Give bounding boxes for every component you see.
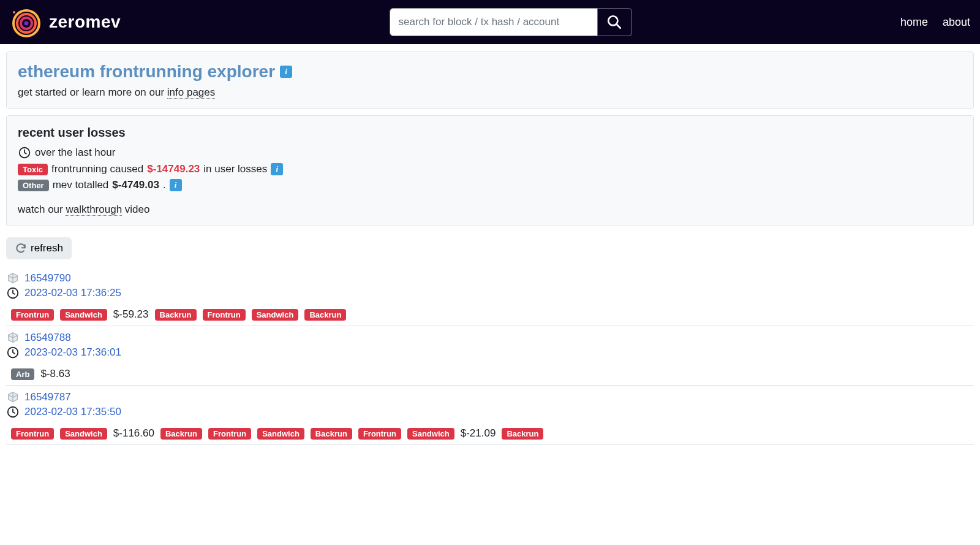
nav-link-home[interactable]: home [900, 16, 928, 29]
tag-arb[interactable]: Arb [11, 368, 34, 380]
svg-point-4 [13, 11, 15, 13]
cube-icon [6, 331, 20, 345]
summary-last-hour: over the last hour [18, 146, 962, 159]
tag-sandwich[interactable]: Sandwich [252, 309, 299, 321]
block-number-link[interactable]: 16549787 [24, 391, 71, 403]
block-time-link[interactable]: 2023-02-03 17:36:01 [24, 346, 121, 359]
page-title: ethereum frontrunning explorer i [18, 62, 292, 82]
search-form [390, 8, 632, 36]
other-text-pre: mev totalled [53, 179, 109, 191]
loss-amount: $-59.23 [113, 308, 149, 321]
navbar: zeromev home about [0, 0, 980, 44]
walkthrough-link[interactable]: walkthrough [66, 204, 122, 216]
tag-frontrun[interactable]: Frontrun [203, 309, 246, 321]
summary-toxic-line: Toxic frontrunning caused $-14749.23 in … [18, 163, 962, 175]
page-title-text: ethereum frontrunning explorer [18, 62, 275, 82]
info-icon[interactable]: i [280, 66, 292, 78]
info-icon[interactable]: i [170, 179, 182, 191]
nav-link-about[interactable]: about [943, 16, 970, 29]
tag-frontrun[interactable]: Frontrun [208, 428, 251, 440]
loss-amount: $-21.09 [461, 427, 496, 440]
search-input[interactable] [390, 8, 598, 36]
toxic-badge: Toxic [18, 164, 48, 175]
tag-frontrun[interactable]: Frontrun [11, 428, 54, 440]
info-icon[interactable]: i [271, 163, 283, 175]
block-number-link[interactable]: 16549790 [24, 272, 71, 284]
block-time-row: 2023-02-03 17:36:25 [6, 286, 974, 300]
tag-backrun[interactable]: Backrun [311, 428, 352, 440]
svg-line-6 [616, 24, 620, 28]
tag-backrun[interactable]: Backrun [160, 428, 202, 440]
search-icon [606, 14, 622, 30]
block-time-link[interactable]: 2023-02-03 17:35:50 [24, 406, 121, 418]
block-entry: 165497872023-02-03 17:35:50FrontrunSandw… [6, 386, 974, 445]
block-time-row: 2023-02-03 17:36:01 [6, 346, 974, 359]
other-amount: $-4749.03 [112, 179, 159, 191]
cube-icon [6, 391, 20, 404]
block-number-row: 16549790 [6, 272, 974, 285]
clock-icon [6, 405, 20, 419]
summary-other-line: Other mev totalled $-4749.03. i [18, 179, 962, 191]
tag-sandwich[interactable]: Sandwich [60, 428, 107, 440]
block-time-row: 2023-02-03 17:35:50 [6, 405, 974, 419]
tags-row: FrontrunSandwich$-59.23BackrunFrontrunSa… [11, 308, 974, 321]
block-entry: 165497882023-02-03 17:36:01Arb$-8.63 [6, 326, 974, 386]
block-number-link[interactable]: 16549788 [24, 332, 71, 344]
walkthrough-post: video [122, 204, 149, 215]
svg-point-3 [24, 21, 29, 26]
tag-backrun[interactable]: Backrun [155, 309, 197, 321]
tag-frontrun[interactable]: Frontrun [11, 309, 54, 321]
last-hour-text: over the last hour [35, 147, 115, 159]
toxic-amount: $-14749.23 [147, 163, 200, 175]
refresh-button[interactable]: refresh [6, 237, 72, 259]
refresh-icon [15, 242, 27, 254]
tags-row: FrontrunSandwich$-116.60BackrunFrontrunS… [11, 427, 974, 440]
nav-links: home about [900, 16, 970, 29]
tag-sandwich[interactable]: Sandwich [257, 428, 304, 440]
tag-frontrun[interactable]: Frontrun [358, 428, 401, 440]
intro-subtext: get started or learn more on our info pa… [18, 86, 962, 99]
logo-icon [10, 7, 40, 37]
intro-card: ethereum frontrunning explorer i get sta… [6, 51, 974, 109]
blocks-list: 165497902023-02-03 17:36:25FrontrunSandw… [6, 267, 974, 445]
clock-icon [18, 146, 31, 159]
toxic-text-post: in user losses [203, 163, 267, 175]
toxic-text-pre: frontrunning caused [51, 163, 143, 175]
loss-amount: $-116.60 [113, 427, 154, 440]
tags-row: Arb$-8.63 [11, 368, 974, 380]
loss-amount: $-8.63 [40, 368, 70, 380]
block-number-row: 16549787 [6, 391, 974, 404]
intro-subtext-prefix: get started or learn more on our [18, 86, 167, 98]
walkthrough-pre: watch our [18, 204, 66, 215]
clock-icon [6, 286, 20, 300]
tag-backrun[interactable]: Backrun [502, 428, 543, 440]
info-pages-link[interactable]: info pages [167, 86, 215, 99]
cube-icon [6, 272, 20, 285]
summary-card: recent user losses over the last hour To… [6, 115, 974, 226]
summary-title: recent user losses [18, 126, 962, 140]
brand-text: zeromev [49, 12, 121, 32]
main-container: ethereum frontrunning explorer i get sta… [0, 44, 980, 452]
search-button[interactable] [598, 8, 632, 36]
tag-sandwich[interactable]: Sandwich [60, 309, 107, 321]
logo-group[interactable]: zeromev [10, 7, 121, 37]
block-number-row: 16549788 [6, 331, 974, 345]
tag-backrun[interactable]: Backrun [304, 309, 346, 321]
clock-icon [6, 346, 20, 359]
other-badge: Other [18, 180, 49, 191]
other-text-post: . [163, 179, 166, 191]
block-entry: 165497902023-02-03 17:36:25FrontrunSandw… [6, 267, 974, 326]
block-time-link[interactable]: 2023-02-03 17:36:25 [24, 287, 121, 299]
tag-sandwich[interactable]: Sandwich [407, 428, 454, 440]
refresh-label: refresh [31, 242, 63, 254]
walkthrough-line: watch our walkthrough video [18, 204, 962, 216]
